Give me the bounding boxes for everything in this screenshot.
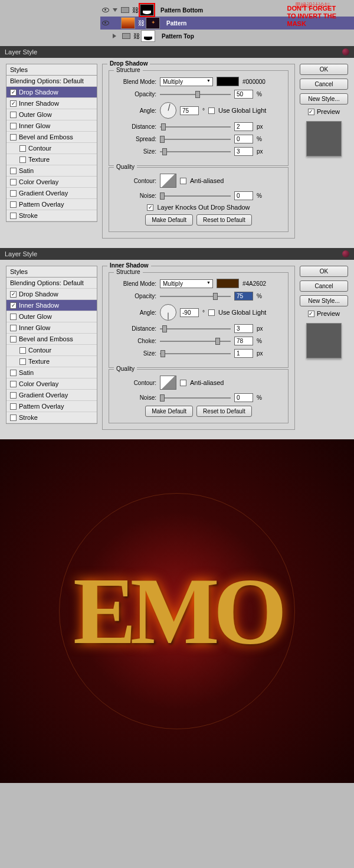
style-stroke[interactable]: Stroke	[6, 210, 97, 221]
blend-mode-select[interactable]: Multiply	[160, 279, 213, 288]
checkbox[interactable]	[10, 190, 17, 197]
style-satin[interactable]: Satin	[6, 367, 97, 378]
choke-slider[interactable]	[160, 341, 231, 342]
noise-input[interactable]: 0	[234, 191, 253, 200]
checkbox[interactable]	[10, 381, 17, 387]
style-contour[interactable]: Contour	[6, 143, 97, 154]
style-blending[interactable]: Blending Options: Default	[6, 278, 97, 289]
contour-picker[interactable]	[160, 376, 176, 390]
opacity-input[interactable]: 50	[234, 90, 253, 99]
opacity-slider[interactable]	[160, 94, 231, 95]
choke-input[interactable]: 78	[234, 337, 253, 345]
styles-header[interactable]: Styles	[6, 64, 97, 76]
ok-button[interactable]: OK	[300, 266, 348, 277]
checkbox[interactable]	[10, 213, 17, 219]
close-icon[interactable]	[342, 48, 349, 56]
layer-name[interactable]: Pattern Top	[162, 33, 194, 40]
use-global-light-checkbox[interactable]	[208, 107, 215, 114]
knockout-checkbox[interactable]	[147, 204, 153, 211]
preview-checkbox[interactable]	[308, 311, 314, 317]
distance-slider[interactable]	[160, 126, 231, 128]
new-style-button[interactable]: New Style...	[300, 295, 348, 306]
checkbox[interactable]	[10, 370, 17, 376]
preview-checkbox[interactable]	[308, 109, 314, 115]
style-pattern-overlay[interactable]: Pattern Overlay	[6, 401, 97, 412]
checkbox[interactable]	[10, 123, 17, 129]
style-outer-glow[interactable]: Outer Glow	[6, 311, 97, 322]
layer-name[interactable]: Pattern Bottom	[160, 7, 203, 14]
styles-header[interactable]: Styles	[6, 266, 97, 278]
layer-mask-thumb[interactable]	[141, 30, 155, 42]
checkbox[interactable]	[19, 145, 26, 152]
checkbox[interactable]	[10, 134, 17, 141]
checkbox[interactable]	[10, 201, 17, 208]
cancel-button[interactable]: Cancel	[300, 79, 348, 90]
noise-slider[interactable]	[160, 195, 231, 197]
anti-aliased-checkbox[interactable]	[180, 380, 186, 386]
checkbox[interactable]	[19, 347, 26, 354]
make-default-button[interactable]: Make Default	[145, 406, 193, 417]
layer-row-pattern-top[interactable]: ⛓ Pattern Top	[100, 30, 354, 43]
blend-mode-select[interactable]: Multiply	[160, 77, 213, 86]
checkbox[interactable]	[10, 403, 17, 410]
checkbox[interactable]	[10, 291, 17, 298]
cancel-button[interactable]: Cancel	[300, 280, 348, 292]
expand-icon[interactable]	[113, 34, 119, 38]
layer-mask-thumb[interactable]	[140, 4, 154, 16]
style-satin[interactable]: Satin	[6, 165, 97, 177]
checkbox[interactable]	[10, 415, 17, 421]
use-global-light-checkbox[interactable]	[208, 309, 215, 316]
expand-icon[interactable]	[113, 8, 117, 12]
checkbox[interactable]	[10, 314, 17, 320]
checkbox[interactable]	[10, 325, 17, 331]
contour-picker[interactable]	[160, 174, 176, 188]
checkbox[interactable]	[10, 168, 17, 174]
visibility-toggle[interactable]	[100, 6, 111, 14]
checkbox[interactable]	[10, 302, 17, 309]
reset-default-button[interactable]: Reset to Default	[196, 214, 252, 226]
ok-button[interactable]: OK	[300, 64, 348, 75]
spread-input[interactable]: 0	[234, 135, 253, 143]
style-color-overlay[interactable]: Color Overlay	[6, 177, 97, 188]
checkbox[interactable]	[10, 179, 17, 185]
distance-input[interactable]: 3	[234, 324, 253, 333]
style-pattern-overlay[interactable]: Pattern Overlay	[6, 199, 97, 210]
checkbox[interactable]	[10, 392, 17, 399]
angle-dial[interactable]	[160, 304, 176, 321]
distance-input[interactable]: 2	[234, 122, 253, 131]
style-outer-glow[interactable]: Outer Glow	[6, 109, 97, 120]
layer-mask-thumb[interactable]	[146, 17, 160, 29]
style-texture[interactable]: Texture	[6, 356, 97, 367]
checkbox[interactable]	[19, 358, 26, 365]
style-bevel[interactable]: Bevel and Emboss	[6, 334, 97, 345]
angle-dial[interactable]	[160, 102, 176, 119]
close-icon[interactable]	[342, 250, 349, 257]
checkbox[interactable]	[19, 156, 26, 163]
style-texture[interactable]: Texture	[6, 154, 97, 165]
style-color-overlay[interactable]: Color Overlay	[6, 378, 97, 390]
style-inner-shadow[interactable]: Inner Shadow	[6, 300, 97, 311]
noise-input[interactable]: 0	[234, 393, 253, 402]
opacity-input[interactable]: 75	[234, 292, 253, 301]
spread-slider[interactable]	[160, 139, 231, 140]
angle-input[interactable]: 75	[180, 106, 199, 115]
style-inner-glow[interactable]: Inner Glow	[6, 120, 97, 132]
style-drop-shadow[interactable]: Drop Shadow	[6, 289, 97, 300]
checkbox[interactable]	[10, 100, 17, 107]
style-contour[interactable]: Contour	[6, 345, 97, 356]
style-inner-glow[interactable]: Inner Glow	[6, 322, 97, 334]
visibility-toggle[interactable]	[100, 19, 111, 27]
opacity-slider[interactable]	[160, 296, 231, 297]
style-drop-shadow[interactable]: Drop Shadow	[6, 87, 97, 98]
color-swatch[interactable]	[217, 77, 239, 86]
size-slider[interactable]	[160, 353, 231, 354]
style-bevel[interactable]: Bevel and Emboss	[6, 132, 97, 143]
size-slider[interactable]	[160, 151, 231, 152]
angle-input[interactable]: -90	[180, 308, 199, 317]
color-swatch[interactable]	[217, 279, 239, 288]
checkbox[interactable]	[10, 112, 17, 118]
style-stroke[interactable]: Stroke	[6, 412, 97, 423]
size-input[interactable]: 1	[234, 349, 253, 358]
layer-name[interactable]: Pattern	[166, 20, 186, 27]
noise-slider[interactable]	[160, 397, 231, 399]
